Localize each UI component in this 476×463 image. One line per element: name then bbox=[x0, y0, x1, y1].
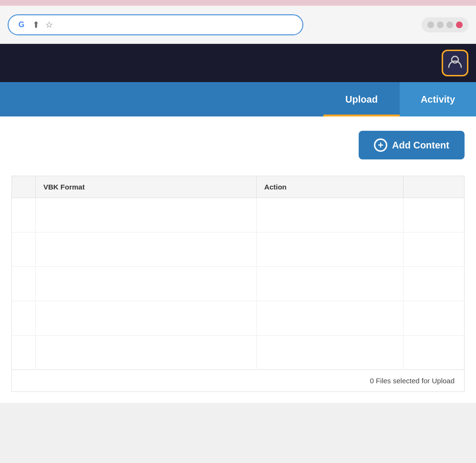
app-header bbox=[0, 44, 476, 82]
col-header-action: Action bbox=[257, 176, 404, 198]
google-icon: G bbox=[16, 20, 27, 30]
os-bar bbox=[0, 0, 476, 6]
cell-extra bbox=[404, 198, 465, 232]
cell-vbk bbox=[36, 267, 257, 301]
cell-checkbox bbox=[12, 301, 36, 336]
cell-vbk bbox=[36, 301, 257, 336]
user-avatar-icon bbox=[447, 53, 463, 73]
table-row bbox=[12, 301, 465, 336]
cell-extra bbox=[404, 336, 465, 370]
bookmark-icon[interactable]: ☆ bbox=[45, 20, 53, 30]
user-avatar-button[interactable] bbox=[442, 50, 468, 76]
col-header-vbk-format: VBK Format bbox=[36, 176, 257, 198]
cell-checkbox bbox=[12, 267, 36, 301]
plus-icon-text: + bbox=[378, 140, 383, 150]
nav-tabs-bar: Upload Activity bbox=[0, 82, 476, 116]
cell-checkbox bbox=[12, 336, 36, 370]
col-header-extra bbox=[404, 176, 465, 198]
table-row bbox=[12, 267, 465, 301]
table-row bbox=[12, 198, 465, 232]
add-content-button[interactable]: + Add Content bbox=[359, 131, 465, 159]
col-header-checkbox bbox=[12, 176, 36, 198]
ext-dot-2 bbox=[437, 21, 444, 28]
cell-vbk bbox=[36, 336, 257, 370]
cell-checkbox bbox=[12, 198, 36, 232]
table-row bbox=[12, 232, 465, 267]
browser-extensions bbox=[422, 17, 468, 32]
cell-action bbox=[257, 267, 404, 301]
files-selected-status: 0 Files selected for Upload bbox=[370, 377, 455, 385]
tab-upload[interactable]: Upload bbox=[323, 82, 400, 116]
add-content-label: Add Content bbox=[392, 140, 449, 151]
upload-table: VBK Format Action bbox=[11, 176, 465, 370]
table-footer: 0 Files selected for Upload bbox=[11, 370, 465, 392]
toolbar-row: + Add Content bbox=[11, 126, 465, 164]
share-icon[interactable]: ⬆ bbox=[32, 20, 40, 30]
cell-checkbox bbox=[12, 232, 36, 267]
address-bar[interactable]: G ⬆ ☆ bbox=[8, 14, 303, 35]
cell-vbk bbox=[36, 232, 257, 267]
tab-activity[interactable]: Activity bbox=[400, 82, 476, 116]
main-content: + Add Content VBK Format Action bbox=[0, 116, 476, 403]
cell-vbk bbox=[36, 198, 257, 232]
table-row bbox=[12, 336, 465, 370]
ext-dot-1 bbox=[427, 21, 434, 28]
ext-dot-pink bbox=[456, 21, 463, 28]
cell-extra bbox=[404, 267, 465, 301]
cell-action bbox=[257, 336, 404, 370]
cell-extra bbox=[404, 232, 465, 267]
cell-action bbox=[257, 198, 404, 232]
tab-upload-label: Upload bbox=[345, 94, 378, 105]
plus-circle-icon: + bbox=[374, 138, 387, 152]
ext-dot-3 bbox=[446, 21, 453, 28]
extension-pill bbox=[422, 17, 468, 32]
tab-activity-label: Activity bbox=[421, 94, 455, 105]
browser-chrome: G ⬆ ☆ bbox=[0, 6, 476, 44]
cell-extra bbox=[404, 301, 465, 336]
cell-action bbox=[257, 301, 404, 336]
cell-action bbox=[257, 232, 404, 267]
table-header-row: VBK Format Action bbox=[12, 176, 465, 198]
